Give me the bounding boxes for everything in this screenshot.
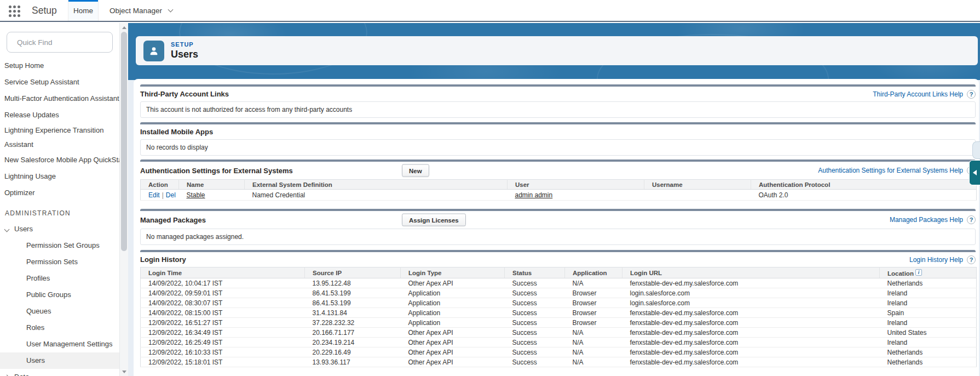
page-header-card: SETUP Users: [136, 36, 978, 65]
sidebar-item-release-updates[interactable]: Release Updates: [0, 107, 119, 123]
search-input[interactable]: [17, 38, 114, 47]
cell-login-url: fenxstable-dev-ed.my.salesforce.com: [622, 338, 880, 347]
cell-status: Success: [505, 338, 565, 347]
nav-section-administration: ADMINISTRATION: [0, 206, 119, 221]
tab-home[interactable]: Home: [68, 0, 99, 21]
section-title: Managed Packages: [140, 216, 206, 224]
sidebar-item-setup-home[interactable]: Setup Home: [0, 58, 119, 74]
scroll-up-arrow[interactable]: [120, 23, 129, 32]
login-history-table: Login Time Source IP Login Type Status A…: [140, 267, 977, 367]
auth-name-link[interactable]: Stable: [187, 191, 205, 199]
cell-application: Browser: [565, 318, 622, 328]
section-title: Login History: [140, 255, 186, 264]
cell-protocol: OAuth 2.0: [751, 190, 977, 201]
salesforce-setup-window: Setup Home Object Manager Setup Home Ser…: [0, 0, 980, 376]
sidebar-item-public-groups[interactable]: Public Groups: [0, 287, 119, 303]
sidebar-item-user-management-settings[interactable]: User Management Settings: [0, 336, 119, 352]
section-help: Login History Help ?: [909, 255, 976, 264]
cell-location: United States: [880, 328, 977, 338]
cell-login-url: fenxstable-dev-ed.my.salesforce.com: [622, 357, 880, 367]
section-managed-packages: Managed Packages Assign Licenses Managed…: [140, 209, 976, 245]
table-row: 12/09/2022, 16:51:27 IST 37.228.232.32 A…: [141, 318, 977, 328]
sidebar-item-data-group[interactable]: Data: [0, 369, 119, 376]
section-installed-mobile-apps: Installed Mobile Apps No records to disp…: [140, 122, 976, 156]
table-row: 12/09/2022, 16:10:33 IST 20.229.16.49 Ot…: [141, 347, 977, 357]
triangle-up-icon: [122, 26, 126, 29]
login-history-help-link[interactable]: Login History Help: [909, 256, 963, 264]
cell-login-time: 12/09/2022, 16:51:27 IST: [141, 318, 305, 328]
managed-packages-help-link[interactable]: Managed Packages Help: [890, 216, 963, 224]
setup-eyebrow: SETUP: [171, 41, 198, 48]
table-row: 12/09/2022, 16:34:49 IST 20.166.71.177 O…: [141, 328, 977, 338]
sidebar-item-users-group[interactable]: Users: [0, 221, 119, 237]
new-button[interactable]: New: [402, 164, 429, 177]
cell-source-ip: 13.95.122.48: [305, 278, 401, 288]
cell-login-type: Other Apex API: [401, 338, 505, 347]
col-action: Action: [141, 180, 179, 190]
cell-login-time: 14/09/2022, 09:59:01 IST: [141, 288, 305, 298]
section-third-party-account-links: Third-Party Account Links Third-Party Ac…: [140, 84, 976, 118]
cell-application: N/A: [565, 357, 622, 367]
sidebar-item-mfa-assistant[interactable]: Multi-Factor Authentication Assistant: [0, 90, 119, 107]
cell-status: Success: [505, 288, 565, 298]
sidebar-scrollbar[interactable]: [119, 23, 128, 376]
cell-status: Success: [505, 298, 565, 308]
section-authentication-settings: Authentication Settings for External Sys…: [140, 159, 976, 201]
sidebar-item-permission-sets[interactable]: Permission Sets: [0, 254, 119, 270]
section-login-history: Login History Login History Help ? Login…: [140, 250, 976, 367]
docked-panel-toggle[interactable]: [969, 160, 980, 185]
col-external-system-definition: External System Definition: [245, 180, 508, 190]
table-row: 14/09/2022, 10:04:17 IST 13.95.122.48 Ot…: [141, 278, 977, 288]
info-icon[interactable]: i: [915, 269, 922, 276]
sidebar-item-queues[interactable]: Queues: [0, 303, 119, 320]
cell-status: Success: [505, 308, 565, 318]
sidebar-item-permission-set-groups[interactable]: Permission Set Groups: [0, 237, 119, 254]
col-authentication-protocol: Authentication Protocol: [751, 180, 977, 190]
cell-source-ip: 86.41.53.199: [305, 288, 401, 298]
cell-login-time: 14/09/2022, 08:30:07 IST: [141, 298, 305, 308]
link-separator: |: [162, 191, 164, 199]
cell-username: [644, 190, 751, 201]
global-header: Setup Home Object Manager: [0, 0, 980, 22]
third-party-help-link[interactable]: Third-Party Account Links Help: [873, 90, 963, 98]
mobile-apps-empty-message: No records to display: [140, 139, 976, 156]
col-source-ip: Source IP: [305, 267, 401, 278]
sidebar-item-optimizer[interactable]: Optimizer: [0, 185, 119, 201]
col-login-type: Login Type: [401, 267, 505, 278]
sidebar-item-lightning-usage[interactable]: Lightning Usage: [0, 168, 119, 185]
assign-licenses-button[interactable]: Assign Licenses: [402, 214, 466, 226]
tab-object-manager[interactable]: Object Manager: [105, 0, 177, 21]
help-icon[interactable]: ?: [967, 215, 976, 224]
help-icon[interactable]: ?: [967, 255, 976, 264]
docked-panel-tab-secondary[interactable]: [972, 141, 980, 159]
table-row: 14/09/2022, 08:30:07 IST 86.41.53.199 Ap…: [141, 298, 977, 308]
edit-link[interactable]: Edit: [148, 191, 160, 199]
main-content: SETUP Users Third-Party Account Links Th…: [128, 23, 980, 376]
section-title: Third-Party Account Links: [140, 90, 229, 98]
sidebar-item-mobile-app-quickstart[interactable]: New Salesforce Mobile App QuickStart: [0, 152, 119, 168]
auth-settings-help-link[interactable]: Authentication Settings for External Sys…: [818, 167, 963, 174]
sidebar-item-profiles[interactable]: Profiles: [0, 270, 119, 287]
sidebar-item-roles[interactable]: Roles: [0, 320, 119, 336]
quick-find-search[interactable]: [7, 32, 113, 53]
sidebar-item-data-group-label: Data: [14, 373, 29, 376]
cell-login-type: Application: [401, 318, 505, 328]
scrollbar-thumb[interactable]: [121, 32, 127, 251]
table-row: 14/09/2022, 08:15:00 IST 31.4.131.84 App…: [141, 308, 977, 318]
scroll-down-arrow[interactable]: [120, 367, 129, 376]
help-icon[interactable]: ?: [967, 90, 976, 99]
sidebar-item-service-setup-assistant[interactable]: Service Setup Assistant: [0, 74, 119, 90]
col-login-time: Login Time: [141, 267, 305, 278]
del-link[interactable]: Del: [166, 191, 176, 199]
sidebar-item-lex-transition-assistant[interactable]: Lightning Experience Transition Assistan…: [0, 123, 119, 152]
sidebar-item-users[interactable]: Users: [0, 352, 119, 369]
auth-user-link[interactable]: admin admin: [515, 191, 553, 199]
cell-name: Stable: [179, 190, 245, 201]
cell-login-type: Other Apex API: [401, 278, 505, 288]
app-launcher-icon[interactable]: [9, 5, 20, 17]
cell-location: Netherlands: [880, 357, 977, 367]
tab-home-label: Home: [73, 7, 93, 15]
cell-source-ip: 13.93.36.117: [305, 357, 401, 367]
cell-login-time: 12/09/2022, 16:10:33 IST: [141, 347, 305, 357]
col-username: Username: [644, 180, 751, 190]
